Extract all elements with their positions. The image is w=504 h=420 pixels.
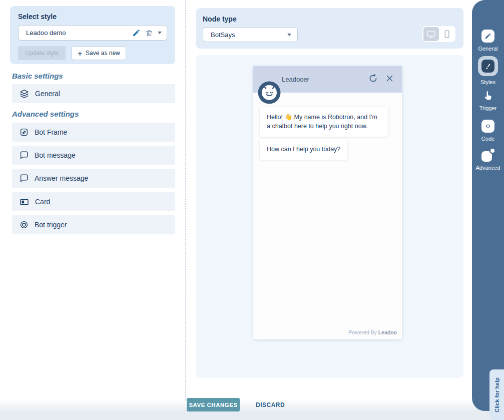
bot-avatar	[258, 81, 281, 104]
sidebar-item-styles[interactable]: Styles	[472, 56, 504, 85]
basic-settings-header: Basic settings	[12, 72, 63, 80]
sidebar-item-label: Code	[481, 136, 494, 142]
nav-item-general[interactable]: General	[12, 84, 175, 103]
monitor-icon	[426, 30, 436, 39]
brush-icon	[481, 60, 494, 73]
node-type-value: BotSays	[211, 31, 235, 39]
nav-item-label: Bot trigger	[35, 221, 67, 229]
nav-item-bot-frame[interactable]: Bot Frame	[12, 123, 175, 142]
plus-icon: +	[78, 50, 82, 57]
nav-item-bot-trigger[interactable]: Bot trigger	[12, 215, 175, 234]
select-style-title: Select style	[18, 13, 167, 21]
advanced-settings-header: Advanced settings	[12, 110, 79, 118]
discard-button[interactable]: DISCARD	[256, 398, 285, 411]
bot-message-bubble: How can I help you today?	[260, 139, 347, 160]
bottom-strip	[0, 412, 504, 420]
sidebar-item-label: General	[478, 46, 497, 52]
sidebar-item-label: Advanced	[476, 165, 500, 171]
node-type-panel: Node type BotSays	[196, 8, 463, 49]
desktop-toggle-button[interactable]	[423, 27, 439, 41]
select-style-panel: Select style Update style + Save as new	[10, 6, 175, 64]
save-as-new-button[interactable]: + Save as new	[72, 46, 126, 60]
sidebar-item-trigger[interactable]: Trigger	[472, 90, 504, 111]
chat-widget: Leadooer Hello! 👋 My name is Robotron, a…	[253, 66, 402, 339]
node-type-title: Node type	[203, 15, 455, 23]
nav-item-label: Answer message	[35, 174, 88, 182]
layers-icon	[20, 89, 29, 99]
refresh-icon[interactable]	[368, 73, 378, 84]
nav-item-label: Bot Frame	[35, 128, 67, 136]
close-icon[interactable]	[385, 74, 394, 83]
style-name-input-wrap	[18, 25, 167, 41]
sidebar-item-general[interactable]: General	[472, 30, 504, 52]
nav-item-bot-message[interactable]: Bot message	[12, 146, 175, 165]
mobile-toggle-button[interactable]	[439, 27, 454, 41]
nav-item-label: Bot message	[35, 151, 76, 159]
sidebar-item-label: Styles	[480, 79, 495, 85]
chat-preview-panel: Leadooer Hello! 👋 My name is Robotron, a…	[196, 55, 463, 378]
nav-item-label: Card	[35, 198, 50, 206]
nav-item-card[interactable]: Card	[12, 192, 175, 211]
edit-pencil-icon[interactable]	[132, 29, 141, 37]
chat-title: Leadooer	[282, 76, 309, 83]
save-as-new-label: Save as new	[86, 50, 120, 57]
chat-bubble-icon	[20, 151, 29, 160]
chat-bubble-icon	[20, 174, 29, 183]
update-style-button[interactable]: Update style	[18, 46, 66, 60]
device-preview-toggle	[422, 26, 455, 42]
sidebar-item-code[interactable]: Code	[472, 120, 504, 142]
style-name-input[interactable]	[26, 29, 132, 37]
target-icon	[20, 220, 29, 229]
node-type-caret-icon	[287, 34, 291, 36]
sidebar-item-label: Trigger	[479, 105, 496, 111]
bottom-fade	[0, 399, 504, 412]
node-type-select[interactable]: BotSays	[203, 27, 298, 42]
column-divider	[185, 0, 186, 400]
selected-item-highlight	[478, 56, 498, 76]
style-dropdown-caret-icon[interactable]	[158, 32, 162, 34]
phone-icon	[442, 30, 451, 39]
help-tab[interactable]: Click for help	[489, 369, 504, 420]
advanced-badge-icon	[481, 149, 494, 162]
frame-expand-icon	[20, 128, 29, 137]
bot-message-bubble: Hello! 👋 My name is Robotron, and I'm a …	[260, 107, 388, 137]
hand-pointer-icon	[482, 90, 494, 102]
pencil-icon	[481, 30, 494, 43]
sidebar-item-advanced[interactable]: Advanced	[472, 149, 504, 171]
nav-item-answer-message[interactable]: Answer message	[12, 169, 175, 188]
save-changes-button[interactable]: SAVE CHANGES	[187, 398, 240, 411]
card-icon	[20, 197, 29, 207]
trash-icon[interactable]	[145, 29, 153, 37]
code-icon	[481, 120, 494, 133]
help-tab-label: Click for help	[494, 377, 500, 412]
right-sidebar: General Styles Trigger Code Advanced	[472, 0, 504, 411]
leadoo-brand: Leadoo	[378, 329, 397, 335]
nav-item-label: General	[35, 90, 60, 98]
powered-by-label: Powered By Leadoo	[348, 329, 397, 335]
